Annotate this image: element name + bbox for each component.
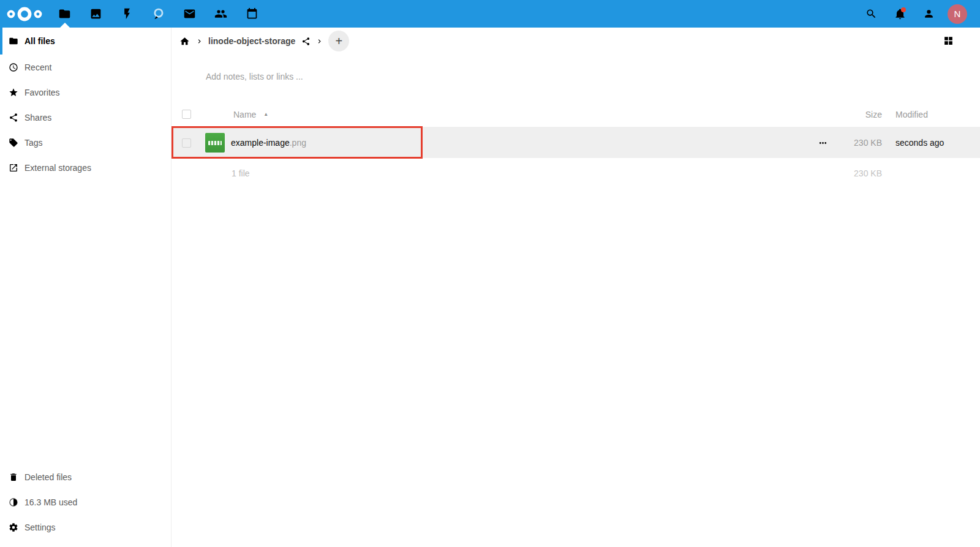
sidebar-item-label: Deleted files [24, 472, 72, 482]
file-rows: example-image.png 230 KB seconds ago [172, 127, 980, 158]
file-modified-value: seconds ago [882, 138, 980, 148]
sidebar-item-label: Shares [24, 113, 51, 123]
new-file-button[interactable]: + [328, 31, 349, 51]
gear-icon [9, 522, 18, 532]
tag-icon [9, 138, 18, 148]
sort-by-size-header[interactable]: Size [837, 110, 882, 119]
app-menu [49, 0, 268, 28]
app-talk-button[interactable] [143, 0, 174, 28]
file-extension: .png [290, 138, 306, 148]
folder-icon [9, 36, 18, 46]
total-size-summary: 230 KB [837, 168, 882, 178]
select-all-checkbox[interactable] [182, 110, 191, 119]
sort-by-modified-header[interactable]: Modified [882, 110, 980, 119]
app-activity-button[interactable] [111, 0, 143, 28]
sidebar-item-quota[interactable]: 16.3 MB used [0, 489, 171, 515]
grid-view-toggle-button[interactable] [943, 36, 954, 47]
file-size-value: 230 KB [837, 138, 882, 148]
file-table-header: Name ▲ Size Modified [172, 102, 980, 127]
file-select-checkbox[interactable] [182, 138, 191, 148]
home-icon [179, 36, 190, 47]
sidebar-item-favorites[interactable]: Favorites [0, 80, 171, 105]
search-button[interactable] [861, 4, 881, 24]
sidebar-item-recent[interactable]: Recent [0, 55, 171, 80]
sidebar-item-label: External storages [24, 163, 91, 173]
files-controls-bar: linode-object-storage + [172, 28, 980, 55]
nextcloud-logo-icon [6, 5, 43, 23]
files-folder-icon [58, 7, 71, 20]
top-header-bar: N [0, 0, 980, 28]
sidebar-item-all-files[interactable]: All files [0, 28, 171, 55]
file-list-summary: 1 file 230 KB [172, 158, 980, 189]
sidebar-item-external-storages[interactable]: External storages [0, 155, 171, 180]
row-checkbox-cell [172, 138, 205, 148]
activity-icon [121, 7, 134, 20]
nextcloud-logo[interactable] [0, 0, 49, 28]
share-icon [9, 113, 18, 123]
file-row-example-image[interactable]: example-image.png 230 KB seconds ago [172, 127, 980, 158]
file-count-summary: 1 file [205, 168, 809, 178]
trash-icon [9, 472, 18, 482]
header-checkbox-cell [172, 110, 205, 119]
star-icon [9, 88, 18, 97]
mail-icon [183, 7, 196, 20]
app-contacts-button[interactable] [205, 0, 236, 28]
sidebar-item-label: Settings [24, 522, 56, 532]
file-list-table: Name ▲ Size Modified example-image.png 2… [172, 102, 980, 189]
sort-by-name-header[interactable]: Name ▲ [205, 110, 809, 119]
sidebar-item-tags[interactable]: Tags [0, 130, 171, 155]
breadcrumb-current-folder[interactable]: linode-object-storage [208, 36, 295, 46]
file-name-label: example-image.png [231, 138, 306, 148]
app-calendar-button[interactable] [236, 0, 268, 28]
contacts-icon [214, 7, 227, 20]
more-actions-icon[interactable] [818, 138, 828, 148]
files-sidebar: All files Recent Favorites Shares Tags E… [0, 28, 172, 547]
notifications-button[interactable] [890, 4, 910, 24]
sidebar-footer: Deleted files 16.3 MB used Settings [0, 464, 171, 547]
app-photos-button[interactable] [80, 0, 111, 28]
contacts-menu-icon [923, 8, 935, 20]
sort-ascending-icon: ▲ [263, 111, 268, 117]
chevron-right-icon [315, 37, 323, 45]
workspace-notes-placeholder[interactable]: Add notes, lists or links ... [206, 72, 980, 84]
quota-pie-icon [9, 497, 18, 507]
external-link-icon [9, 163, 18, 173]
app-files-button[interactable] [49, 0, 80, 28]
file-name-cell[interactable]: example-image.png [205, 133, 809, 153]
files-content: linode-object-storage + Add notes, lists… [172, 28, 980, 547]
calendar-icon [246, 7, 258, 20]
quota-label: 16.3 MB used [24, 497, 77, 507]
file-basename: example-image [231, 138, 290, 148]
talk-icon [152, 7, 165, 20]
topbar-right-section: N [861, 0, 980, 28]
breadcrumb-share-button[interactable] [301, 37, 311, 46]
sidebar-item-deleted-files[interactable]: Deleted files [0, 464, 171, 489]
search-icon [865, 8, 877, 20]
sidebar-item-label: Favorites [24, 88, 60, 97]
sidebar-item-settings[interactable]: Settings [0, 515, 171, 540]
photos-icon [89, 7, 102, 20]
share-icon [301, 37, 311, 46]
sidebar-item-label: Tags [24, 138, 43, 148]
contacts-menu-button[interactable] [919, 4, 938, 24]
breadcrumb-home-button[interactable] [179, 36, 190, 47]
sidebar-item-shares[interactable]: Shares [0, 105, 171, 130]
name-column-label: Name [233, 110, 256, 119]
chevron-right-icon [195, 37, 203, 45]
file-thumbnail-image [205, 133, 225, 153]
clock-icon [9, 62, 18, 72]
notification-badge [901, 7, 906, 12]
app-mail-button[interactable] [174, 0, 205, 28]
sidebar-item-label: All files [24, 36, 55, 46]
sidebar-item-label: Recent [24, 62, 51, 72]
user-avatar[interactable]: N [948, 4, 967, 24]
grid-view-icon [943, 36, 954, 46]
file-actions-cell [809, 138, 837, 148]
